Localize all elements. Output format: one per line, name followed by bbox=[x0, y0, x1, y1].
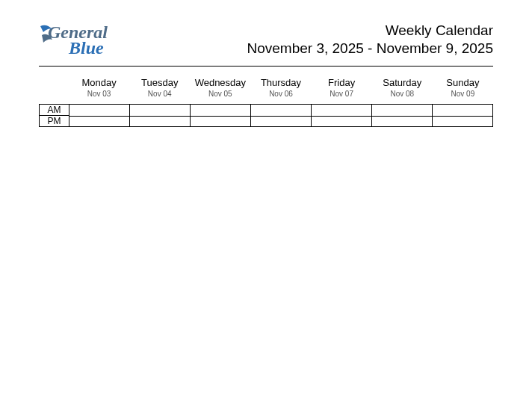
day-name: Wednesday bbox=[190, 77, 250, 88]
calendar-grid: AM PM bbox=[39, 104, 493, 127]
calendar-cell bbox=[190, 116, 250, 128]
period-label-pm: PM bbox=[39, 115, 69, 127]
day-header: Monday Nov 03 bbox=[69, 77, 129, 104]
day-name: Friday bbox=[312, 77, 372, 88]
day-header: Saturday Nov 08 bbox=[372, 77, 433, 104]
calendar-cell bbox=[69, 116, 129, 128]
grid-row-pm bbox=[69, 116, 493, 128]
day-headers-row: Monday Nov 03 Tuesday Nov 04 Wednesday N… bbox=[69, 77, 493, 104]
brand-logo: General Blue bbox=[39, 25, 108, 57]
day-date: Nov 08 bbox=[372, 90, 433, 98]
grid-body bbox=[69, 104, 493, 127]
grid-row-am bbox=[69, 104, 493, 116]
page-title: Weekly Calendar bbox=[247, 22, 493, 39]
period-label-am: AM bbox=[39, 104, 69, 115]
day-date: Nov 05 bbox=[190, 90, 250, 98]
day-date: Nov 07 bbox=[312, 90, 372, 98]
day-date: Nov 03 bbox=[69, 90, 129, 98]
calendar-cell bbox=[250, 116, 311, 128]
day-name: Sunday bbox=[433, 77, 493, 88]
day-date: Nov 09 bbox=[433, 90, 493, 98]
day-header: Wednesday Nov 05 bbox=[190, 77, 250, 104]
title-block: Weekly Calendar November 3, 2025 - Novem… bbox=[247, 22, 493, 57]
calendar-cell bbox=[129, 104, 190, 116]
calendar-cell bbox=[311, 116, 371, 128]
day-header: Friday Nov 07 bbox=[312, 77, 372, 104]
calendar-cell bbox=[311, 104, 371, 116]
date-range: November 3, 2025 - November 9, 2025 bbox=[247, 40, 493, 57]
calendar: Monday Nov 03 Tuesday Nov 04 Wednesday N… bbox=[39, 77, 493, 127]
calendar-cell bbox=[371, 104, 432, 116]
logo-text-blue: Blue bbox=[48, 40, 108, 57]
day-name: Monday bbox=[69, 77, 129, 88]
calendar-cell bbox=[129, 116, 190, 128]
day-header: Thursday Nov 06 bbox=[250, 77, 311, 104]
day-header: Sunday Nov 09 bbox=[433, 77, 493, 104]
calendar-cell bbox=[190, 104, 250, 116]
logo-swoosh-icon bbox=[39, 23, 54, 49]
day-name: Saturday bbox=[372, 77, 433, 88]
day-header: Tuesday Nov 04 bbox=[129, 77, 190, 104]
calendar-cell bbox=[250, 104, 311, 116]
day-date: Nov 06 bbox=[250, 90, 311, 98]
day-name: Tuesday bbox=[129, 77, 190, 88]
calendar-cell bbox=[371, 116, 432, 128]
calendar-cell bbox=[432, 104, 493, 116]
day-name: Thursday bbox=[250, 77, 311, 88]
calendar-cell bbox=[69, 104, 129, 116]
period-labels-column: AM PM bbox=[39, 104, 69, 127]
header-bar: General Blue Weekly Calendar November 3,… bbox=[39, 0, 493, 67]
calendar-cell bbox=[432, 116, 493, 128]
day-date: Nov 04 bbox=[129, 90, 190, 98]
